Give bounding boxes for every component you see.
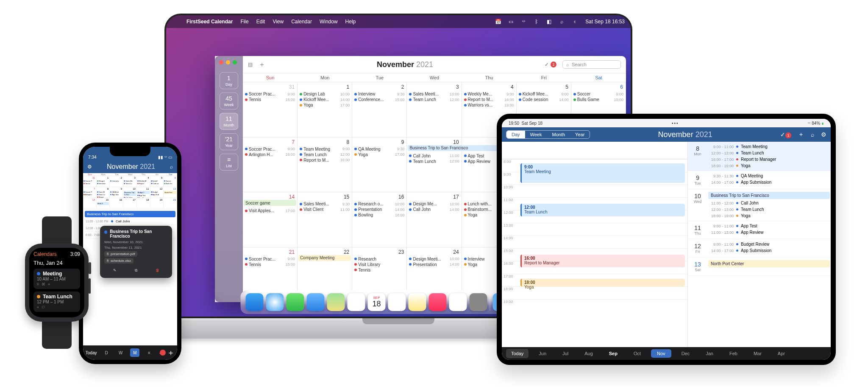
mini-day-cell[interactable]: 12BudgetApp Sub (150, 187, 164, 198)
event-row[interactable]: Visit Library (354, 262, 404, 267)
month-tab[interactable]: Jul (556, 349, 574, 358)
month-tab[interactable]: Dec (676, 349, 696, 358)
event-row[interactable]: Visit Apples...17:00 (245, 208, 295, 213)
event-row[interactable]: Report to M...16:00 (300, 158, 350, 163)
allday-event[interactable]: Soccer game (244, 200, 296, 206)
mini-month-grid[interactable]: SunMonTueWedThuFriSat 31Soccer PTennis1D… (83, 173, 177, 209)
agenda-event[interactable]: 18:00 - 19:00Yoga (707, 213, 831, 219)
event-row[interactable]: Code session14:00 (519, 97, 569, 102)
event-row[interactable]: Interview9:30 (354, 92, 404, 96)
search-icon[interactable]: ⌕ (811, 131, 814, 138)
event-row[interactable]: Sales Meeti...9:30 (300, 202, 350, 206)
agenda-event[interactable]: 16:00 - 17:00Report to Manager (707, 156, 831, 163)
timeline-event[interactable]: 9:00Team Meeting (520, 163, 685, 183)
timeline-event[interactable]: 18:00 Yoga (520, 279, 685, 286)
attachment-1[interactable]: ⎘presentation.pdf (104, 251, 137, 257)
event-row[interactable]: Research o...10:00 (354, 202, 404, 206)
dock-messages-icon[interactable] (287, 293, 304, 311)
menubar-calendar-icon[interactable]: 📅 (495, 18, 501, 25)
mac-menu-help[interactable]: Help (345, 19, 356, 25)
agenda-event[interactable]: 9:00 - 11:00Team Meeting (707, 143, 831, 150)
day-cell[interactable]: 1Design Lab10:00Kickoff Mee...14:00Yoga1… (298, 82, 352, 137)
event-row[interactable]: Design Meeti...10:00 (409, 257, 459, 261)
add-event-button[interactable]: ＋ (798, 131, 804, 138)
mini-day-cell[interactable]: 16 (110, 198, 123, 209)
month-tab[interactable]: Apr (772, 349, 791, 358)
duplicate-icon[interactable]: ⧉ (132, 266, 140, 275)
zoom-window-button[interactable] (233, 60, 237, 64)
dock-music-icon[interactable] (429, 293, 447, 311)
day-cell[interactable]: 16Research o...10:00Presentation14:00Bow… (352, 192, 407, 247)
menubar-battery-icon[interactable]: ▭ (507, 18, 514, 25)
mini-day-cell[interactable]: 20 (164, 198, 177, 209)
apple-logo-icon[interactable] (172, 18, 179, 25)
event-row[interactable]: Team Lunch12:00 (300, 152, 350, 157)
day-cell[interactable]: 7Soccer Prac...9:00Arlington H...16:00 (243, 137, 298, 193)
menubar-bluetooth-icon[interactable]: ᛒ (533, 18, 540, 25)
menubar-spotlight-icon[interactable]: ⌕ (558, 18, 565, 25)
add-event-button[interactable]: ＋ (167, 348, 175, 358)
day-view-button[interactable]: D (102, 348, 111, 357)
event-row[interactable]: Soccer Prac...9:00 (245, 147, 295, 151)
view-segmented-control[interactable]: Day Week Month Year (506, 130, 590, 139)
month-tab[interactable]: Mar (748, 349, 768, 358)
mini-day-cell[interactable]: 31Soccer PTennis (83, 176, 97, 187)
menubar-controlcenter-icon[interactable]: ⫞ (571, 18, 578, 25)
agenda-event[interactable]: 11:00 - 12:00Call John (707, 200, 831, 206)
day-cell[interactable]: 8Team Meeting9:00Team Lunch12:00Report t… (298, 137, 352, 193)
mini-day-cell[interactable]: 5KickoffCode se (150, 176, 164, 187)
add-event-button[interactable]: ＋ (259, 60, 265, 69)
mac-menu-window[interactable]: Window (320, 19, 338, 25)
dock-numbers-icon[interactable] (449, 293, 467, 311)
dock-reminders-icon[interactable] (388, 293, 406, 311)
agenda-day[interactable]: 12Fri9:00 - 11:00Budget Review14:00 - 17… (688, 239, 831, 258)
today-button[interactable]: Today (86, 351, 97, 355)
delete-icon[interactable]: 🗑 (153, 266, 161, 275)
attachment-2[interactable]: ⎘schedule.xlsx (104, 258, 134, 264)
agenda-event[interactable]: 18:00 - 19:00Yoga (707, 163, 831, 169)
month-tab[interactable]: Jan (700, 349, 719, 358)
mini-day-cell[interactable]: 19 (150, 198, 164, 209)
event-row[interactable]: Kickoff Mee...9:00 (519, 92, 569, 96)
reminders-badge[interactable]: ✓ (159, 351, 162, 355)
dock-safari-icon[interactable] (266, 293, 284, 311)
event-row[interactable]: Warriors vs...19:00 (464, 103, 514, 107)
event-row[interactable]: Call John11:00 (409, 154, 459, 158)
search-icon[interactable]: ⌕ (170, 164, 173, 170)
mini-day-cell[interactable]: 3Sales MeTeam Lu (123, 176, 137, 187)
settings-icon[interactable]: ⚙ (87, 164, 92, 170)
agenda-list[interactable]: 8Mon9:00 - 11:00Team Meeting12:00 - 13:0… (688, 142, 831, 347)
agenda-day[interactable]: 10WedBusiness Trip to San Francisco11:00… (688, 189, 831, 221)
month-tab[interactable]: Feb (723, 349, 743, 358)
agenda-event[interactable]: 11:00 - 12:00 PMCall John (85, 218, 175, 225)
event-row[interactable]: Tennis15:00 (245, 97, 295, 102)
menubar-input-icon[interactable]: ◧ (545, 18, 552, 25)
dock-photos-icon[interactable] (348, 293, 365, 311)
settings-icon[interactable]: ⚙ (821, 131, 826, 138)
agenda-event[interactable]: 9:00 - 11:00App Test (707, 223, 831, 229)
agenda-event[interactable]: 11:00 - 13:00App Review (707, 229, 831, 236)
mini-day-cell[interactable]: 4Weekly MReport (137, 176, 150, 187)
dock-calendar-icon[interactable]: SEP18 (368, 293, 386, 311)
event-row[interactable]: Yoga17:00 (300, 103, 350, 107)
agenda-event[interactable]: 14:00 - 17:00App Submission (707, 247, 831, 254)
event-row[interactable]: Weekly Me...9:00 (464, 92, 514, 96)
today-button[interactable]: Today (506, 349, 529, 358)
event-row[interactable]: Design Me...10:00 (409, 202, 459, 206)
day-cell[interactable]: 10Business Trip to San FranciscoCall Joh… (407, 137, 462, 193)
day-cell[interactable]: 14Soccer gameVisit Apples...17:00 (243, 192, 298, 247)
agenda-allday-event[interactable]: North Port Center (708, 260, 830, 267)
mini-day-cell[interactable]: 14 (83, 198, 97, 209)
view-month-button[interactable]: 11Month (220, 113, 238, 130)
agenda-day[interactable]: 11Thu9:00 - 11:00App Test11:00 - 13:00Ap… (688, 221, 831, 239)
event-row[interactable]: Report to M...16:00 (464, 97, 514, 102)
agenda-event[interactable]: 12:00 - 13:00Team Lunch (707, 150, 831, 156)
mini-day-cell[interactable]: 18 (137, 198, 150, 209)
event-row[interactable]: Team Lunch12:00 (409, 97, 459, 102)
mini-day-cell[interactable]: 10Business Trip to SanCall JohnTeam Lu (123, 187, 137, 198)
day-cell[interactable]: 3Sales Meeti...10:00Team Lunch12:00 (407, 82, 462, 137)
reminders-badge[interactable]: ✓1 (780, 131, 791, 138)
event-row[interactable]: Sales Meeti...10:00 (409, 92, 459, 96)
timeline-event[interactable]: 16:00Report to Manager (520, 255, 685, 267)
mac-menu-calendar[interactable]: Calendar (291, 19, 312, 25)
